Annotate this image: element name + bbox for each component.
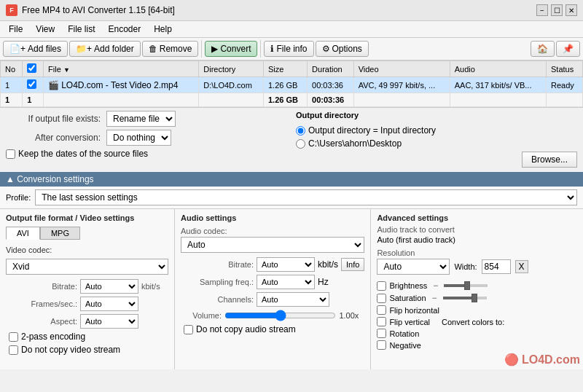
output-dir-custom-radio[interactable] xyxy=(296,139,305,149)
sampling-freq-unit: Hz xyxy=(318,277,329,287)
file-info-button[interactable]: ℹ File info xyxy=(264,41,313,57)
col-video: Video xyxy=(353,61,450,77)
profile-select[interactable]: The last session settings xyxy=(35,189,577,205)
summary-empty3 xyxy=(353,93,450,107)
col-file[interactable]: File ▼ xyxy=(44,61,199,77)
menu-file-list[interactable]: File list xyxy=(62,23,101,36)
convert-colors-label: Convert colors to: xyxy=(442,318,504,326)
brightness-slider-thumb[interactable] xyxy=(464,281,470,290)
rotation-row: Rotation xyxy=(377,329,577,338)
audio-info-button[interactable]: Info xyxy=(341,258,364,271)
saturation-checkbox[interactable] xyxy=(377,294,386,303)
browse-button[interactable]: Browse... xyxy=(522,152,577,168)
flip-vertical-checkbox[interactable] xyxy=(377,317,386,326)
after-conversion-select[interactable]: Do nothing xyxy=(106,130,171,146)
volume-slider[interactable] xyxy=(224,310,336,321)
app-title: Free MP4 to AVI Converter 1.15 [64-bit] xyxy=(22,5,175,15)
output-dir-input-radio[interactable] xyxy=(296,126,305,136)
home-button[interactable]: 🏠 xyxy=(531,41,555,57)
if-output-exists-select[interactable]: Rename file xyxy=(106,111,176,127)
width-input[interactable] xyxy=(482,259,511,274)
select-all-checkbox[interactable] xyxy=(27,63,36,73)
browse-row: Browse... xyxy=(296,152,577,168)
conv-settings-title: ▲ Conversion settings xyxy=(6,174,94,184)
aspect-select[interactable]: Auto xyxy=(80,314,138,329)
remove-button[interactable]: 🗑 Remove xyxy=(142,41,199,57)
tab-avi[interactable]: AVI xyxy=(6,227,40,240)
brightness-slider-fill xyxy=(444,284,466,287)
tab-mpg[interactable]: MPG xyxy=(40,227,80,240)
sampling-freq-label: Sampling freq.: xyxy=(181,278,254,286)
output-dir-custom-radio-row: C:\Users\ahorn\Desktop xyxy=(296,138,577,149)
menu-view[interactable]: View xyxy=(30,23,60,36)
saturation-slider-thumb[interactable] xyxy=(472,294,477,302)
menu-file[interactable]: File xyxy=(3,23,28,36)
resolution-row: Auto Width: X xyxy=(377,259,577,275)
brightness-row: Brightness − xyxy=(377,281,577,291)
keep-dates-row: Keep the dates of the source files xyxy=(6,149,287,159)
menu-encoder[interactable]: Encoder xyxy=(102,23,146,36)
minimize-button[interactable]: − xyxy=(536,4,548,16)
add-folder-button[interactable]: 📁+ Add folder xyxy=(69,41,141,57)
flip-horizontal-checkbox[interactable] xyxy=(377,305,386,315)
volume-value: 1.00x xyxy=(339,311,364,320)
brightness-checkbox[interactable] xyxy=(377,281,386,291)
options-button[interactable]: ⚙ Options xyxy=(316,41,369,57)
summary-empty2 xyxy=(199,93,264,107)
pin-button[interactable]: 📌 xyxy=(556,41,580,57)
output-dir-title: Output directory xyxy=(296,111,577,119)
saturation-slider-track xyxy=(443,297,487,299)
add-files-button[interactable]: 📄+ Add files xyxy=(3,41,68,57)
bitrate-select[interactable]: Auto xyxy=(80,279,138,294)
adv-settings-title: Advanced settings xyxy=(377,213,577,222)
row-check[interactable] xyxy=(23,77,44,93)
video-codec-select[interactable]: Xvid xyxy=(6,259,168,275)
convert-button[interactable]: ▶ Convert xyxy=(205,41,257,57)
summary-no: 1 xyxy=(1,93,23,107)
window-controls[interactable]: − ☐ ✕ xyxy=(536,4,577,16)
summary-empty xyxy=(44,93,199,107)
keep-dates-label: Keep the dates of the source files xyxy=(18,149,148,159)
channels-select[interactable]: Auto xyxy=(257,292,329,307)
output-dir-input-label: Output directory = Input directory xyxy=(308,125,436,136)
width-x-button[interactable]: X xyxy=(515,260,528,273)
rotation-checkbox[interactable] xyxy=(377,329,386,338)
no-copy-video-checkbox[interactable] xyxy=(9,345,18,355)
settings-mid: If output file exists: Rename file After… xyxy=(0,108,583,170)
saturation-label: Saturation xyxy=(389,294,426,302)
maximize-button[interactable]: ☐ xyxy=(551,4,563,16)
file-info-icon: ℹ xyxy=(270,44,274,54)
row-checkbox[interactable] xyxy=(27,79,36,89)
output-dir-panel: Output directory Output directory = Inpu… xyxy=(296,111,577,168)
two-pass-label: 2-pass encoding xyxy=(21,332,85,342)
format-tabs: AVI MPG xyxy=(6,227,168,240)
file-icon: 🎬 xyxy=(48,80,59,90)
saturation-row: Saturation − xyxy=(377,293,577,303)
flip-horizontal-row: Flip horizontal xyxy=(377,305,577,315)
left-panel: Output file format / Video settings AVI … xyxy=(0,209,175,369)
fps-select[interactable]: Auto xyxy=(80,297,138,311)
file-table: No File ▼ Directory Size Duration Video … xyxy=(0,60,583,107)
fps-label: Frames/sec.: xyxy=(12,299,77,308)
audio-bitrate-label: Bitrate: xyxy=(181,260,254,269)
resolution-select[interactable]: Auto xyxy=(377,259,450,275)
keep-dates-checkbox[interactable] xyxy=(6,149,15,159)
brightness-slider-track xyxy=(444,284,488,287)
audio-codec-select[interactable]: Auto xyxy=(181,237,364,253)
menu-help[interactable]: Help xyxy=(148,23,178,36)
close-button[interactable]: ✕ xyxy=(566,4,577,16)
audio-track-label: Audio track to convert xyxy=(377,225,577,234)
width-label: Width: xyxy=(454,262,477,271)
col-size: Size xyxy=(263,61,307,77)
flip-horizontal-label: Flip horizontal xyxy=(389,306,439,315)
sampling-freq-select[interactable]: Auto xyxy=(257,275,315,289)
menu-bar: File View File list Encoder Help xyxy=(0,21,583,38)
no-copy-audio-checkbox[interactable] xyxy=(184,325,193,334)
table-row[interactable]: 1 🎬 LO4D.com - Test Video 2.mp4 D:\LO4D.… xyxy=(1,77,583,93)
two-pass-checkbox[interactable] xyxy=(9,332,18,342)
audio-bitrate-select[interactable]: Auto xyxy=(257,257,315,272)
summary-empty4 xyxy=(450,93,546,107)
negative-checkbox[interactable] xyxy=(377,340,386,350)
summary-count: 1 xyxy=(23,93,44,107)
col-duration: Duration xyxy=(308,61,354,77)
